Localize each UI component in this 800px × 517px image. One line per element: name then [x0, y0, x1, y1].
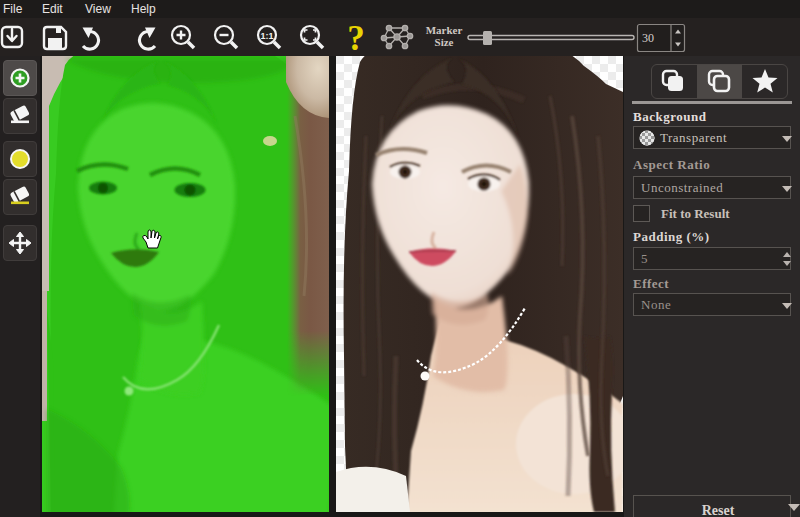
- svg-text:?: ?: [347, 19, 365, 57]
- svg-text:30: 30: [642, 31, 654, 45]
- svg-text:Marker: Marker: [426, 24, 463, 36]
- svg-text:1:1: 1:1: [260, 31, 273, 41]
- svg-text:Size: Size: [435, 36, 454, 48]
